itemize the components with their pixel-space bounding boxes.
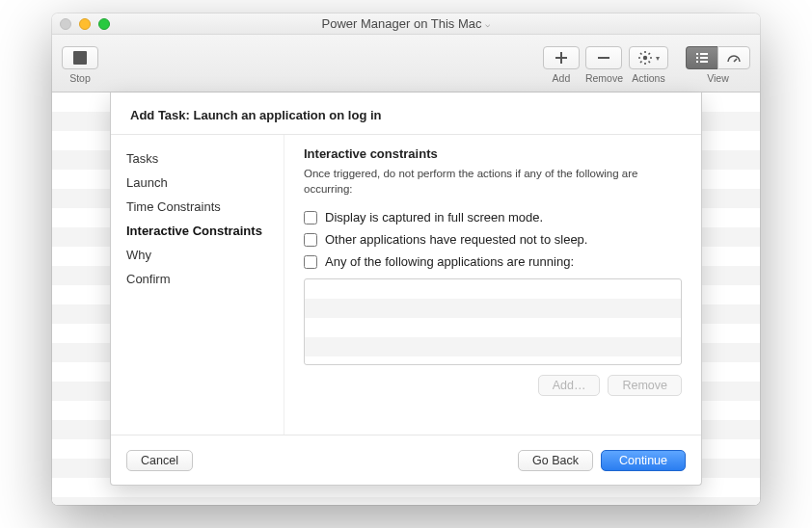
chevron-down-icon: ▾: [656, 54, 660, 63]
remove-label: Remove: [585, 72, 623, 84]
step-interactive-constraints[interactable]: Interactive Constraints: [124, 219, 270, 243]
steps-list: Tasks Launch Time Constraints Interactiv…: [111, 135, 284, 435]
continue-button[interactable]: Continue: [601, 450, 686, 471]
stop-label: Stop: [69, 72, 91, 84]
toolbar-actions-group: ▾ Actions: [629, 46, 668, 84]
constraints-pane: Interactive constraints Once triggered, …: [284, 135, 701, 435]
step-launch[interactable]: Launch: [124, 171, 270, 195]
step-why[interactable]: Why: [124, 243, 270, 267]
check-fullscreen[interactable]: Display is captured in full screen mode.: [304, 210, 682, 224]
sheet-footer: Cancel Go Back Continue: [111, 435, 701, 485]
list-buttons: Add… Remove: [304, 375, 682, 396]
titlebar: Power Manager on This Mac ⌵: [52, 13, 760, 35]
add-label: Add: [553, 72, 571, 84]
stop-button[interactable]: [62, 46, 98, 69]
view-gauge-button[interactable]: [717, 46, 750, 69]
pane-description: Once triggered, do not perform the actio…: [304, 167, 682, 197]
actions-button[interactable]: ▾: [629, 46, 668, 69]
check-nosleep-label: Other applications have requested not to…: [325, 232, 587, 247]
list-icon: [694, 50, 710, 66]
toolbar-stop-group: Stop: [62, 46, 98, 84]
window-title[interactable]: Power Manager on This Mac ⌵: [322, 16, 491, 31]
check-apps-running-label: Any of the following applications are ru…: [325, 254, 574, 269]
minus-icon: [596, 50, 611, 66]
sheet-body: Tasks Launch Time Constraints Interactiv…: [111, 135, 701, 435]
content-area: Add Task: Launch an application on log i…: [52, 92, 760, 505]
svg-rect-1: [696, 53, 698, 55]
actions-label: Actions: [632, 72, 664, 84]
svg-point-0: [643, 56, 647, 60]
applications-list[interactable]: [304, 278, 682, 365]
step-confirm[interactable]: Confirm: [124, 267, 270, 291]
task-sheet: Add Task: Launch an application on log i…: [110, 92, 702, 486]
check-fullscreen-label: Display is captured in full screen mode.: [325, 210, 543, 224]
toolbar-remove-group: Remove: [585, 46, 623, 84]
cancel-button[interactable]: Cancel: [126, 450, 193, 471]
toolbar-add-group: Add: [543, 46, 580, 84]
step-tasks[interactable]: Tasks: [124, 146, 270, 171]
remove-button[interactable]: [585, 46, 622, 69]
gear-icon: [637, 50, 653, 66]
stop-icon: [73, 51, 87, 65]
check-nosleep-box[interactable]: [304, 233, 317, 247]
check-fullscreen-box[interactable]: [304, 211, 317, 224]
window-title-text: Power Manager on This Mac: [322, 16, 482, 31]
toolbar: Stop Add Remove ▾ Actions: [52, 35, 760, 92]
pane-title: Interactive constraints: [304, 146, 682, 161]
svg-rect-4: [700, 57, 708, 59]
check-apps-running[interactable]: Any of the following applications are ru…: [304, 254, 682, 269]
add-button[interactable]: [543, 46, 580, 69]
list-add-button[interactable]: Add…: [538, 375, 601, 396]
toolbar-view-group: View: [686, 46, 750, 84]
svg-rect-5: [696, 61, 698, 63]
zoom-window-button[interactable]: [98, 18, 110, 30]
check-apps-running-box[interactable]: [304, 255, 317, 269]
chevron-down-icon: ⌵: [485, 19, 490, 29]
sheet-header: Add Task: Launch an application on log i…: [111, 92, 701, 135]
svg-rect-2: [700, 53, 708, 55]
view-label: View: [707, 72, 729, 84]
plus-icon: [554, 50, 569, 66]
svg-rect-6: [700, 61, 708, 63]
svg-rect-3: [696, 57, 698, 59]
window-controls: [60, 18, 110, 30]
app-window: Power Manager on This Mac ⌵ Stop Add Rem…: [52, 13, 760, 505]
step-time-constraints[interactable]: Time Constraints: [124, 195, 270, 219]
view-segment: [686, 46, 750, 69]
go-back-button[interactable]: Go Back: [518, 450, 593, 471]
check-nosleep[interactable]: Other applications have requested not to…: [304, 232, 682, 247]
close-window-button[interactable]: [60, 18, 71, 30]
minimize-window-button[interactable]: [79, 18, 91, 30]
view-list-button[interactable]: [686, 46, 717, 69]
gauge-icon: [726, 50, 742, 66]
list-remove-button[interactable]: Remove: [608, 375, 682, 396]
